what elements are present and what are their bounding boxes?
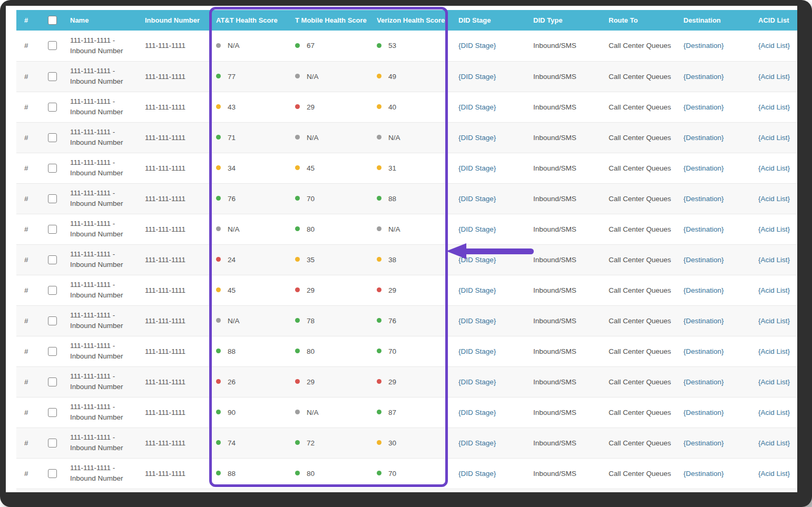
did-stage-cell[interactable]: {DID Stage} <box>451 428 525 458</box>
destination-cell[interactable]: {Destination} <box>676 428 750 458</box>
row-checkbox[interactable] <box>48 316 57 325</box>
did-stage-cell[interactable]: {DID Stage} <box>451 336 525 366</box>
tmobile-health-value: 72 <box>307 439 315 447</box>
acid-list-cell[interactable]: {Acid List} <box>750 31 797 61</box>
col-header-acid-list[interactable]: ACID List <box>750 10 797 31</box>
acid-list-cell[interactable]: {Acid List} <box>750 366 797 397</box>
acid-list-cell[interactable]: {Acid List} <box>750 92 797 122</box>
destination-cell[interactable]: {Destination} <box>676 305 750 336</box>
acid-list-cell[interactable]: {Acid List} <box>750 122 797 153</box>
did-stage-cell[interactable]: {DID Stage} <box>451 183 525 214</box>
inbound-number-cell: 111-111-1111 <box>137 153 208 183</box>
row-checkbox[interactable] <box>48 469 57 478</box>
acid-list-cell[interactable]: {Acid List} <box>750 428 797 458</box>
col-header-tmobile-health-score[interactable]: T Mobile Health Score <box>287 10 369 31</box>
name-line-2: Inbound Number <box>70 473 135 484</box>
row-checkbox[interactable] <box>48 194 57 203</box>
did-stage-cell[interactable]: {DID Stage} <box>451 122 525 153</box>
row-checkbox[interactable] <box>48 439 57 448</box>
acid-list-cell[interactable]: {Acid List} <box>750 244 797 275</box>
row-checkbox[interactable] <box>48 103 57 112</box>
route-to-cell: Call Center Queues <box>601 214 676 244</box>
destination-cell[interactable]: {Destination} <box>676 31 750 61</box>
did-stage-cell[interactable]: {DID Stage} <box>451 244 525 275</box>
inbound-number-cell: 111-111-1111 <box>137 397 208 428</box>
acid-list-cell[interactable]: {Acid List} <box>750 336 797 366</box>
name-cell: 111-111-1111 - Inbound Number <box>62 428 137 458</box>
did-stage-cell[interactable]: {DID Stage} <box>451 61 525 92</box>
row-checkbox-cell <box>42 183 62 214</box>
att-health-cell: N/A <box>208 305 287 336</box>
destination-cell[interactable]: {Destination} <box>676 61 750 92</box>
inbound-number-cell: 111-111-1111 <box>137 305 208 336</box>
row-checkbox[interactable] <box>48 225 57 234</box>
did-stage-cell[interactable]: {DID Stage} <box>451 366 525 397</box>
route-to-cell: Call Center Queues <box>601 31 676 61</box>
verizon-health-value: 88 <box>388 195 396 203</box>
acid-list-cell[interactable]: {Acid List} <box>750 458 797 489</box>
destination-cell[interactable]: {Destination} <box>676 244 750 275</box>
destination-cell[interactable]: {Destination} <box>676 92 750 122</box>
select-all-checkbox[interactable] <box>48 16 57 25</box>
did-stage-cell[interactable]: {DID Stage} <box>451 458 525 489</box>
col-header-route-to[interactable]: Route To <box>601 10 676 31</box>
att-health-status-dot-icon <box>216 471 221 475</box>
name-cell: 111-111-1111 - Inbound Number <box>62 275 137 305</box>
col-header-name[interactable]: Name <box>62 10 137 31</box>
did-stage-cell[interactable]: {DID Stage} <box>451 153 525 183</box>
col-header-inbound-number[interactable]: Inbound Number <box>137 10 208 31</box>
row-checkbox[interactable] <box>48 408 57 417</box>
destination-cell[interactable]: {Destination} <box>676 214 750 244</box>
row-checkbox[interactable] <box>48 377 57 386</box>
row-index: # <box>16 92 42 122</box>
acid-list-cell[interactable]: {Acid List} <box>750 61 797 92</box>
row-checkbox[interactable] <box>48 41 57 50</box>
route-to-cell: Call Center Queues <box>601 275 676 305</box>
att-health-value: 74 <box>228 439 236 447</box>
acid-list-cell[interactable]: {Acid List} <box>750 183 797 214</box>
row-checkbox-cell <box>42 458 62 489</box>
row-checkbox[interactable] <box>48 133 57 142</box>
verizon-health-cell: 31 <box>369 153 451 183</box>
destination-cell[interactable]: {Destination} <box>676 336 750 366</box>
did-stage-cell[interactable]: {DID Stage} <box>451 305 525 336</box>
col-header-did-stage[interactable]: DID Stage <box>451 10 525 31</box>
acid-list-cell[interactable]: {Acid List} <box>750 214 797 244</box>
verizon-health-value: N/A <box>388 225 400 233</box>
row-checkbox[interactable] <box>48 72 57 81</box>
did-stage-cell[interactable]: {DID Stage} <box>451 214 525 244</box>
att-health-cell: 45 <box>208 275 287 305</box>
destination-cell[interactable]: {Destination} <box>676 458 750 489</box>
did-stage-cell[interactable]: {DID Stage} <box>451 92 525 122</box>
destination-cell[interactable]: {Destination} <box>676 397 750 428</box>
acid-list-cell[interactable]: {Acid List} <box>750 305 797 336</box>
row-checkbox[interactable] <box>48 164 57 173</box>
col-header-att-health-score[interactable]: AT&T Health Score <box>208 10 287 31</box>
acid-list-cell[interactable]: {Acid List} <box>750 275 797 305</box>
route-to-cell: Call Center Queues <box>601 153 676 183</box>
att-health-value: 88 <box>228 347 236 355</box>
acid-list-cell[interactable]: {Acid List} <box>750 397 797 428</box>
destination-cell[interactable]: {Destination} <box>676 275 750 305</box>
did-stage-cell[interactable]: {DID Stage} <box>451 397 525 428</box>
col-header-did-type[interactable]: DID Type <box>525 10 601 31</box>
att-health-value: 88 <box>228 470 236 478</box>
row-checkbox[interactable] <box>48 347 57 356</box>
table-header-row: # Name Inbound Number AT&T Health Score … <box>16 10 797 31</box>
acid-list-cell[interactable]: {Acid List} <box>750 153 797 183</box>
did-stage-cell[interactable]: {DID Stage} <box>451 275 525 305</box>
att-health-status-dot-icon <box>216 104 221 109</box>
col-header-destination[interactable]: Destination <box>676 10 750 31</box>
destination-cell[interactable]: {Destination} <box>676 366 750 397</box>
destination-cell[interactable]: {Destination} <box>676 122 750 153</box>
name-line-1: 111-111-1111 - <box>70 127 135 137</box>
row-checkbox[interactable] <box>48 255 57 264</box>
did-stage-cell[interactable]: {DID Stage} <box>451 31 525 61</box>
col-header-verizon-health-score[interactable]: Verizon Health Score <box>369 10 451 31</box>
verizon-health-value: 87 <box>388 409 396 416</box>
att-health-cell: N/A <box>208 214 287 244</box>
destination-cell[interactable]: {Destination} <box>676 153 750 183</box>
row-checkbox[interactable] <box>48 286 57 295</box>
verizon-health-status-dot-icon <box>377 318 381 323</box>
destination-cell[interactable]: {Destination} <box>676 183 750 214</box>
